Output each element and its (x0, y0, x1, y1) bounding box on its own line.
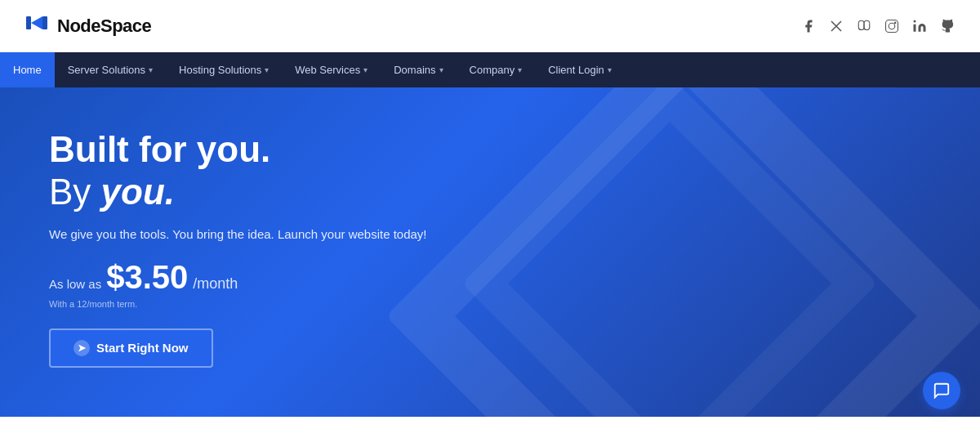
hero-price-note: With a 12/month term. (49, 299, 931, 309)
chevron-down-icon: ▾ (608, 65, 612, 74)
hero-title-line2: By you. (49, 172, 931, 212)
hero-subtitle: We give you the tools. You bring the ide… (49, 227, 931, 241)
nav-item-web-services[interactable]: Web Services ▾ (282, 52, 381, 87)
hero-price-amount: $3.50 (106, 259, 188, 296)
nav-item-server-solutions[interactable]: Server Solutions ▾ (55, 52, 166, 87)
hero-price: As low as $3.50 /month (49, 259, 931, 296)
nav-item-home[interactable]: Home (0, 52, 55, 87)
header: NodeSpace (0, 0, 980, 52)
start-right-now-button[interactable]: ➤ Start Right Now (49, 328, 213, 368)
chat-bubble-button[interactable] (923, 372, 960, 409)
hero-title-line1: Built for you. (49, 128, 931, 172)
chat-icon (933, 382, 951, 400)
svg-rect-0 (26, 16, 31, 29)
arrow-right-icon: ➤ (74, 340, 90, 356)
nodespace-logo-icon (24, 10, 51, 42)
logo-text: NodeSpace (57, 16, 151, 37)
instagram-icon[interactable] (884, 18, 900, 34)
chevron-down-icon: ▾ (265, 65, 269, 74)
facebook-icon[interactable] (800, 18, 817, 34)
twitter-icon[interactable] (828, 18, 844, 34)
nav-item-domains[interactable]: Domains ▾ (381, 52, 456, 87)
logo-area[interactable]: NodeSpace (24, 10, 151, 42)
github-icon[interactable] (939, 18, 956, 34)
nav-item-hosting-solutions[interactable]: Hosting Solutions ▾ (166, 52, 282, 87)
svg-rect-2 (886, 20, 898, 32)
mastodon-icon[interactable] (856, 18, 872, 34)
nav-item-client-login[interactable]: Client Login ▾ (535, 52, 625, 87)
chevron-down-icon: ▾ (439, 65, 443, 74)
svg-point-5 (914, 20, 916, 22)
social-icons-group (800, 18, 956, 34)
hero-price-prefix: As low as (49, 277, 101, 291)
hero-section: Built for you. By you. We give you the t… (0, 87, 980, 417)
svg-rect-1 (42, 16, 47, 29)
welcome-section: Welcome to NodeSpace Hosting! We are an … (0, 417, 980, 429)
hero-price-suffix: /month (193, 275, 238, 293)
chevron-down-icon: ▾ (363, 65, 368, 74)
main-nav: Home Server Solutions ▾ Hosting Solution… (0, 52, 980, 87)
svg-point-3 (889, 23, 895, 29)
linkedin-icon[interactable] (911, 18, 928, 34)
chevron-down-icon: ▾ (149, 65, 153, 74)
nav-item-company[interactable]: Company ▾ (457, 52, 536, 87)
chevron-down-icon: ▾ (518, 65, 522, 74)
svg-point-4 (894, 22, 896, 24)
